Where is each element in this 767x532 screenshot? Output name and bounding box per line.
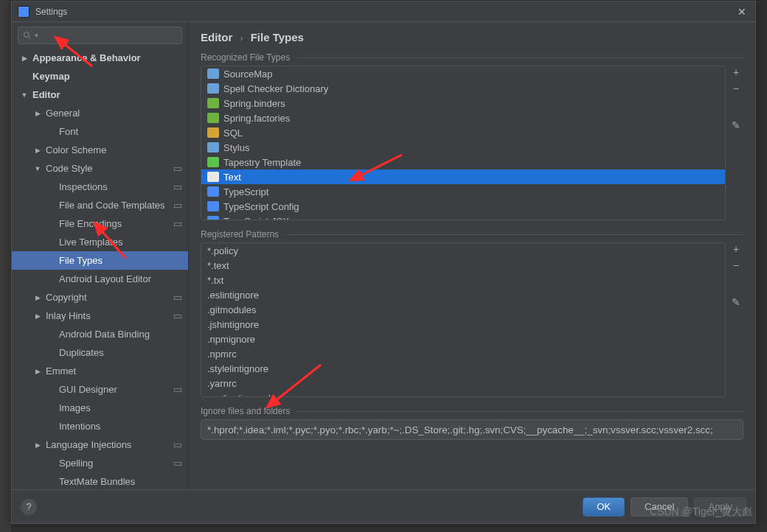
file-type-icon bbox=[207, 216, 219, 220]
sidebar-item[interactable]: Inspections▭ bbox=[12, 178, 188, 196]
file-type-row[interactable]: Stylus bbox=[201, 140, 725, 155]
sidebar-item-label: File Types bbox=[59, 255, 103, 266]
pattern-row[interactable]: *.text bbox=[201, 258, 725, 273]
sidebar-item[interactable]: Android Layout Editor bbox=[12, 270, 188, 288]
sidebar-item-label: Keymap bbox=[32, 71, 70, 82]
sidebar-item-label: Inspections bbox=[59, 181, 108, 192]
sidebar-item-label: File Encodings bbox=[59, 218, 122, 229]
file-type-row[interactable]: Spell Checker Dictionary bbox=[201, 81, 725, 96]
search-input[interactable]: ▾ bbox=[18, 27, 182, 44]
pattern-row[interactable]: .stylelintignore bbox=[201, 361, 725, 376]
edit-icon[interactable]: ✎ bbox=[732, 297, 740, 307]
sidebar-item[interactable]: ▶General bbox=[12, 104, 188, 122]
pattern-row[interactable]: .npmignore bbox=[201, 332, 725, 346]
sidebar-item[interactable]: Duplicates bbox=[12, 343, 188, 362]
ignore-input[interactable] bbox=[201, 419, 743, 440]
sidebar-item[interactable]: File and Code Templates▭ bbox=[12, 196, 188, 214]
sidebar-item-label: GUI Designer bbox=[59, 384, 117, 395]
pattern-row[interactable]: .yarnrc bbox=[201, 376, 725, 391]
file-types-tools: + − ✎ bbox=[729, 66, 743, 220]
sidebar-item-label: Copyright bbox=[46, 292, 87, 303]
scope-badge-icon: ▭ bbox=[173, 163, 182, 174]
expand-arrow-icon: ▼ bbox=[21, 91, 28, 99]
add-icon[interactable]: + bbox=[733, 244, 739, 254]
sidebar-item[interactable]: Keymap bbox=[12, 67, 188, 85]
sidebar-item[interactable]: Live Templates bbox=[12, 233, 188, 251]
sidebar-item[interactable]: Images bbox=[12, 399, 188, 417]
file-type-row[interactable]: TypeScript JSX bbox=[201, 214, 725, 220]
file-type-row[interactable]: Tapestry Template bbox=[201, 155, 725, 169]
sidebar-item[interactable]: GUI Designer▭ bbox=[12, 380, 188, 399]
expand-arrow-icon: ▶ bbox=[34, 147, 41, 154]
file-type-row[interactable]: Spring.binders bbox=[201, 96, 725, 111]
breadcrumb-part: File Types bbox=[251, 31, 304, 43]
sidebar-item[interactable]: ▶Language Injections▭ bbox=[12, 435, 188, 454]
pattern-row[interactable]: *.txt bbox=[201, 273, 725, 287]
expand-arrow-icon: ▼ bbox=[34, 165, 41, 172]
patterns-list[interactable]: *.policy*.text*.txt.eslintignore.gitmodu… bbox=[201, 242, 726, 397]
remove-icon[interactable]: − bbox=[733, 260, 739, 270]
sidebar-item[interactable]: Android Data Binding bbox=[12, 325, 188, 343]
file-type-row[interactable]: TypeScript bbox=[201, 184, 725, 199]
sidebar-item-label: File and Code Templates bbox=[59, 200, 165, 211]
file-type-row[interactable]: SQL bbox=[201, 125, 725, 140]
edit-icon[interactable]: ✎ bbox=[732, 120, 740, 130]
scope-badge-icon: ▭ bbox=[173, 218, 182, 229]
settings-tree[interactable]: ▶Appearance & BehaviorKeymap▼Editor▶Gene… bbox=[12, 49, 188, 489]
settings-dialog: Settings ✕ ▾ ▶Appearance & BehaviorKeyma… bbox=[11, 1, 756, 524]
sidebar-item-label: Android Data Binding bbox=[59, 329, 150, 340]
file-type-row[interactable]: TypeScript Config bbox=[201, 199, 725, 214]
pattern-row[interactable]: application.yml bbox=[201, 391, 725, 397]
scope-badge-icon: ▭ bbox=[173, 181, 182, 192]
file-type-label: TypeScript Config bbox=[223, 201, 299, 212]
sidebar-item[interactable]: TextMate Bundles bbox=[12, 472, 188, 489]
sidebar-item[interactable]: ▶Appearance & Behavior bbox=[12, 49, 188, 67]
help-icon[interactable]: ? bbox=[21, 499, 37, 515]
file-type-label: TypeScript bbox=[223, 186, 268, 197]
patterns-section: Registered Patterns *.policy*.text*.txt.… bbox=[189, 226, 755, 403]
window-title: Settings bbox=[35, 7, 735, 17]
sidebar-item-label: Font bbox=[59, 126, 78, 137]
sidebar-item[interactable]: ▶Color Scheme bbox=[12, 141, 188, 159]
ok-button[interactable]: OK bbox=[583, 497, 625, 517]
expand-arrow-icon: ▶ bbox=[21, 55, 28, 62]
expand-arrow-icon: ▶ bbox=[34, 441, 41, 449]
file-type-label: Spring.binders bbox=[223, 98, 285, 109]
sidebar-item[interactable]: ▶Emmet bbox=[12, 362, 188, 380]
sidebar-item[interactable]: ▶Inlay Hints▭ bbox=[12, 307, 188, 325]
app-icon bbox=[18, 6, 30, 18]
pattern-row[interactable]: .npmrc bbox=[201, 346, 725, 361]
file-type-icon bbox=[207, 186, 219, 197]
recognized-section: Recognized File Types SourceMapSpell Che… bbox=[189, 49, 755, 226]
sidebar-item[interactable]: Intentions bbox=[12, 417, 188, 435]
breadcrumb-part: Editor bbox=[201, 31, 232, 43]
dialog-footer: ? OK Cancel Apply bbox=[12, 489, 755, 523]
pattern-row[interactable]: .eslintignore bbox=[201, 287, 725, 302]
sidebar-item-label: Images bbox=[59, 402, 91, 413]
sidebar-item[interactable]: File Encodings▭ bbox=[12, 214, 188, 233]
add-icon[interactable]: + bbox=[733, 67, 739, 77]
file-type-row[interactable]: SourceMap bbox=[201, 66, 725, 81]
sidebar-item[interactable]: File Types bbox=[12, 251, 188, 270]
file-types-list[interactable]: SourceMapSpell Checker DictionarySpring.… bbox=[201, 66, 726, 220]
sidebar-item-label: General bbox=[46, 108, 80, 119]
scope-badge-icon: ▭ bbox=[173, 384, 182, 395]
sidebar-item-label: Color Scheme bbox=[46, 144, 106, 155]
pattern-row[interactable]: *.policy bbox=[201, 243, 725, 258]
expand-arrow-icon: ▶ bbox=[34, 312, 41, 320]
close-icon[interactable]: ✕ bbox=[735, 6, 749, 18]
sidebar-item[interactable]: Spelling▭ bbox=[12, 454, 188, 472]
sidebar-item[interactable]: ▶Copyright▭ bbox=[12, 288, 188, 307]
sidebar-item[interactable]: ▼Code Style▭ bbox=[12, 159, 188, 178]
file-type-row[interactable]: Spring.factories bbox=[201, 111, 725, 125]
file-type-label: SourceMap bbox=[223, 69, 272, 80]
pattern-row[interactable]: .jshintignore bbox=[201, 317, 725, 332]
file-type-label: Spell Checker Dictionary bbox=[223, 83, 328, 94]
sidebar-item[interactable]: ▼Editor bbox=[12, 85, 188, 104]
sidebar-item-label: Duplicates bbox=[59, 347, 104, 358]
remove-icon[interactable]: − bbox=[733, 83, 739, 94]
sidebar-item[interactable]: Font bbox=[12, 122, 188, 141]
file-type-row[interactable]: Text bbox=[201, 169, 725, 184]
pattern-row[interactable]: .gitmodules bbox=[201, 302, 725, 317]
dialog-body: ▾ ▶Appearance & BehaviorKeymap▼Editor▶Ge… bbox=[12, 22, 755, 489]
